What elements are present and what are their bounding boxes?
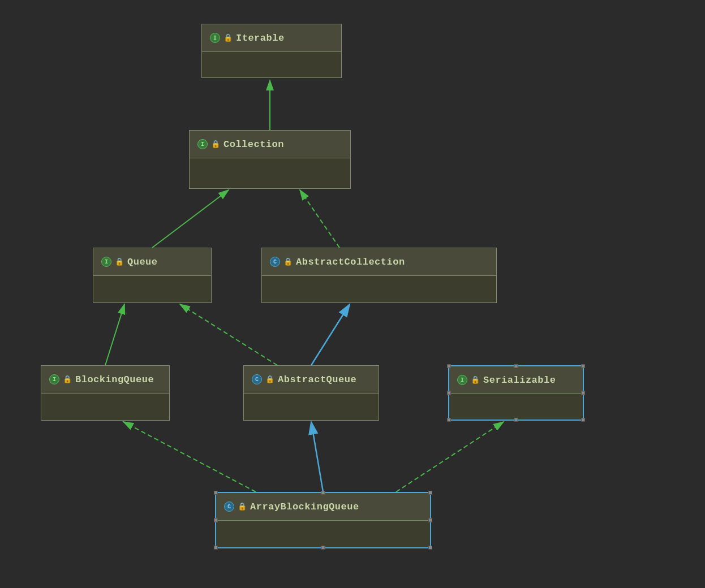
handle-br-abq[interactable]	[428, 546, 432, 550]
badge-abstractqueue: C	[252, 374, 262, 384]
node-iterable[interactable]: I 🔒 Iterable	[201, 24, 342, 78]
node-abstractqueue-header: C 🔒 AbstractQueue	[244, 366, 379, 393]
node-abstractqueue[interactable]: C 🔒 AbstractQueue	[243, 365, 379, 421]
node-abstractqueue-title: AbstractQueue	[278, 374, 356, 385]
handle-tm[interactable]	[514, 364, 518, 368]
svg-line-4	[152, 190, 229, 248]
handle-tr[interactable]	[581, 364, 585, 368]
handle-bl-abq[interactable]	[214, 546, 218, 550]
node-abstractcollection[interactable]: C 🔒 AbstractCollection	[261, 248, 497, 303]
node-queue[interactable]: I 🔒 Queue	[93, 248, 212, 303]
handle-ml-abq[interactable]	[214, 518, 218, 522]
lock-abstractcollection: 🔒	[283, 257, 293, 266]
node-abstractcollection-title: AbstractCollection	[296, 257, 405, 267]
svg-line-9	[123, 422, 256, 492]
node-arrayblockingqueue-body	[216, 520, 430, 547]
node-queue-header: I 🔒 Queue	[93, 248, 211, 275]
node-blockingqueue-header: I 🔒 BlockingQueue	[41, 366, 169, 393]
lock-iterable: 🔒	[223, 33, 233, 42]
handle-br[interactable]	[581, 418, 585, 422]
lock-serializable: 🔒	[471, 375, 480, 384]
handle-tm-abq[interactable]	[321, 491, 325, 495]
lock-queue: 🔒	[115, 257, 124, 266]
node-abstractcollection-body	[262, 275, 496, 302]
diagram-canvas: I 🔒 Iterable I 🔒 Collection I 🔒 Queue C …	[0, 0, 705, 588]
node-arrayblockingqueue-title: ArrayBlockingQueue	[250, 501, 359, 512]
node-queue-body	[93, 275, 211, 302]
badge-abstractcollection: C	[270, 257, 280, 267]
node-arrayblockingqueue-header: C 🔒 ArrayBlockingQueue	[216, 493, 430, 520]
node-iterable-title: Iterable	[236, 33, 285, 44]
handle-bm-abq[interactable]	[321, 546, 325, 550]
node-arrayblockingqueue[interactable]: C 🔒 ArrayBlockingQueue	[215, 492, 431, 548]
handle-bl[interactable]	[447, 418, 451, 422]
node-abstractcollection-header: C 🔒 AbstractCollection	[262, 248, 496, 275]
handle-tl-abq[interactable]	[214, 491, 218, 495]
lock-abstractqueue: 🔒	[265, 375, 274, 384]
node-iterable-header: I 🔒 Iterable	[202, 24, 341, 51]
node-blockingqueue[interactable]: I 🔒 BlockingQueue	[41, 365, 170, 421]
node-collection[interactable]: I 🔒 Collection	[189, 130, 351, 189]
badge-queue: I	[101, 257, 111, 267]
handle-mr[interactable]	[581, 391, 585, 395]
lock-collection: 🔒	[211, 140, 220, 149]
node-serializable-header: I 🔒 Serializable	[449, 366, 583, 394]
badge-iterable: I	[210, 33, 220, 43]
svg-line-8	[311, 304, 350, 365]
node-iterable-body	[202, 51, 341, 77]
node-serializable-title: Serializable	[483, 375, 556, 386]
node-collection-title: Collection	[223, 139, 284, 150]
svg-line-6	[105, 304, 124, 365]
handle-ml[interactable]	[447, 391, 451, 395]
svg-line-7	[180, 304, 277, 365]
svg-line-5	[300, 190, 339, 248]
svg-line-11	[396, 422, 504, 492]
lock-arrayblockingqueue: 🔒	[238, 502, 247, 511]
handle-tl[interactable]	[447, 364, 451, 368]
badge-blockingqueue: I	[49, 374, 59, 384]
badge-collection: I	[197, 139, 208, 149]
handle-mr-abq[interactable]	[428, 518, 432, 522]
node-collection-header: I 🔒 Collection	[190, 131, 350, 158]
node-blockingqueue-title: BlockingQueue	[75, 374, 154, 385]
handle-bm[interactable]	[514, 418, 518, 422]
svg-line-10	[311, 422, 323, 492]
lock-blockingqueue: 🔒	[63, 375, 72, 384]
handle-tr-abq[interactable]	[428, 491, 432, 495]
node-queue-title: Queue	[127, 257, 158, 267]
node-abstractqueue-body	[244, 393, 379, 420]
node-collection-body	[190, 158, 350, 188]
node-serializable-body	[449, 394, 583, 420]
node-blockingqueue-body	[41, 393, 169, 420]
node-serializable[interactable]: I 🔒 Serializable	[448, 365, 584, 421]
badge-arrayblockingqueue: C	[224, 501, 234, 512]
badge-serializable: I	[457, 375, 467, 385]
